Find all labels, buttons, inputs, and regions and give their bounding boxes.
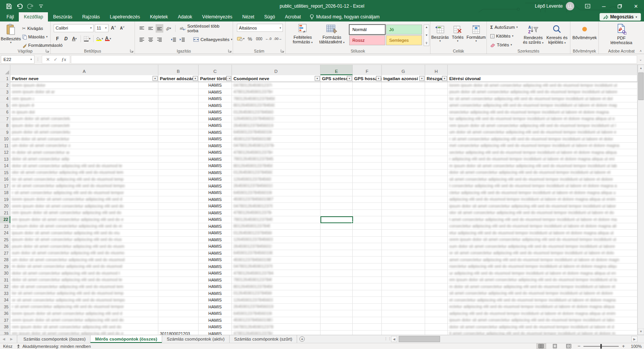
cell-E19[interactable] <box>320 196 353 203</box>
cell-B30[interactable] <box>158 270 199 277</box>
cell-A26[interactable]: psum dolor sit amet consectetur adipisci… <box>10 243 158 250</box>
cell-D11[interactable]: 04780126459012378456 <box>232 143 320 150</box>
cell-B4[interactable] <box>158 95 199 102</box>
zoom-percentage[interactable]: 100% <box>629 344 642 349</box>
cell-B5[interactable] <box>158 102 199 109</box>
close-button[interactable]: ✕ <box>628 0 644 12</box>
alignment-dialog-launcher[interactable] <box>228 49 232 53</box>
cell-I3[interactable]: psum dolor sit amet consectetur adipisci… <box>448 89 637 96</box>
cell-I33[interactable]: sit amet consectetur adipiscing elit sed… <box>448 290 637 297</box>
cell-C14[interactable]: HAMIS <box>199 163 232 170</box>
cell-E33[interactable] <box>320 290 353 297</box>
cell-H23[interactable] <box>425 223 448 230</box>
cell-G31[interactable] <box>382 277 425 284</box>
cell-G5[interactable] <box>382 102 425 109</box>
cell-F33[interactable] <box>353 290 382 297</box>
share-button[interactable]: Megosztás▾ <box>600 13 641 21</box>
create-pdf-button[interactable]: PDFlétrehozása <box>604 22 639 48</box>
cell-C32[interactable]: HAMIS <box>199 283 232 290</box>
cell-F23[interactable] <box>353 223 382 230</box>
cell-H16[interactable] <box>425 176 448 183</box>
autosum-dropdown[interactable]: ▾ <box>516 26 518 29</box>
expand-formula-bar-icon[interactable]: ⌄ <box>637 58 644 61</box>
cell-F20[interactable] <box>353 203 382 210</box>
column-header-B[interactable]: B <box>158 65 199 75</box>
cell-I37[interactable]: ipsum dolor sit amet consectetur adipisc… <box>448 317 637 324</box>
cell-I15[interactable]: dolor sit amet consectetur adipiscing el… <box>448 170 637 176</box>
accessibility-status[interactable]: Akadálymentesség: minden rendben <box>16 344 91 349</box>
row-header-19[interactable]: 19 <box>0 196 10 203</box>
font-color-button[interactable]: A▾ <box>104 35 112 43</box>
cell-I11[interactable]: met consectetur adipiscing elit sed do e… <box>448 143 637 150</box>
cell-F11[interactable] <box>353 143 382 150</box>
ribbon-tab-nézet[interactable]: Nézet <box>237 12 259 21</box>
cell-C5[interactable]: HAMIS <box>199 102 232 109</box>
row-header-24[interactable]: 24 <box>0 230 10 237</box>
redo-button[interactable]: ▾ <box>25 1 35 11</box>
cell-A11[interactable]: um dolor sit amet consectetur adipiscing… <box>10 143 158 150</box>
cell-G12[interactable] <box>382 149 425 156</box>
cell-A38[interactable]: rem ipsum dolor sit amet consectetur adi… <box>10 324 158 331</box>
cell-H13[interactable] <box>425 156 448 163</box>
merge-cells-button[interactable]: Cellaegyesítés▾ <box>192 36 233 43</box>
cell-G23[interactable] <box>382 223 425 230</box>
cell-G22[interactable] <box>382 216 425 223</box>
cell-E14[interactable] <box>320 163 353 170</box>
cell-G38[interactable] <box>382 324 425 331</box>
cell-A15[interactable]: olor sit amet consectetur adipiscing eli… <box>10 170 158 176</box>
row-header-9[interactable]: 9 <box>0 129 10 136</box>
cell-E18[interactable] <box>320 189 353 196</box>
cell-A19[interactable]: lorem ipsum dolor sit amet consectetur a… <box>10 196 158 203</box>
row-header-29[interactable]: 29 <box>0 263 10 270</box>
cell-D7[interactable]: 12645901237845601987 <box>232 116 320 123</box>
cell-D16[interactable]: 12645901237845601987 <box>232 176 320 183</box>
cell-H38[interactable] <box>425 324 448 331</box>
row-header-11[interactable]: 11 <box>0 143 10 150</box>
cell-B13[interactable] <box>158 156 199 163</box>
conditional-formatting-button[interactable]: ≠ Feltételesformázás ▾ <box>289 22 316 48</box>
cell-F21[interactable] <box>353 210 382 217</box>
cell-A2[interactable]: lorem ipsum dolor sit amet consectetur a… <box>10 82 158 89</box>
cell-I18[interactable]: ctetur adipiscing elit sed do eiusmod te… <box>448 189 637 196</box>
row-header-3[interactable]: 3 <box>0 89 10 96</box>
cell-H24[interactable] <box>425 230 448 237</box>
cell-I24[interactable]: etur adipiscing elit sed do eiusmod temp… <box>448 230 637 237</box>
font-dialog-launcher[interactable] <box>130 49 134 53</box>
sheet-tab-4[interactable]: Számlás csomópontok (szűrt) <box>230 335 297 343</box>
cell-G20[interactable] <box>382 203 425 210</box>
cell-E23[interactable] <box>320 223 353 230</box>
cell-F16[interactable] <box>353 176 382 183</box>
align-bottom-icon[interactable] <box>156 24 163 33</box>
cell-B25[interactable] <box>158 237 199 244</box>
fill-button[interactable]: ↓ Kitöltés▾ <box>489 32 521 40</box>
header-cell-B[interactable]: Partner adószán▾ <box>158 75 199 82</box>
cell-C20[interactable]: HAMIS <box>199 203 232 210</box>
scroll-left-arrow[interactable]: ◀ <box>391 336 397 342</box>
cell-C24[interactable]: HAMIS <box>199 230 232 237</box>
cell-C29[interactable]: HAMIS <box>199 263 232 270</box>
cell-F14[interactable] <box>353 163 382 170</box>
row-header-32[interactable]: 32 <box>0 283 10 290</box>
row-header-12[interactable]: 12 <box>0 149 10 156</box>
cell-D35[interactable]: 26459012378456019872 <box>232 304 320 311</box>
cell-F35[interactable] <box>353 304 382 311</box>
fill-color-button[interactable]: ▾ <box>96 35 104 43</box>
ribbon-tab-rajzolás[interactable]: Rajzolás <box>77 12 105 21</box>
cell-E31[interactable] <box>320 277 353 284</box>
align-left-icon[interactable] <box>138 35 146 44</box>
cell-B19[interactable] <box>158 196 199 203</box>
cell-F32[interactable] <box>353 283 382 290</box>
sheet-tab-2[interactable]: Mérős csomópontok (összes) <box>90 335 162 343</box>
cell-B28[interactable] <box>158 257 199 263</box>
header-cell-C[interactable]: Partner törölt↓▾ <box>199 75 232 82</box>
cell-H22[interactable] <box>425 216 448 223</box>
cell-H7[interactable] <box>425 116 448 123</box>
cell-I13[interactable]: r adipiscing elit sed do eiusmod tempor … <box>448 156 637 163</box>
cell-D3[interactable]: 47801264590123784560 <box>232 89 320 96</box>
cell-D29[interactable]: 04780126459012378456 <box>232 263 320 270</box>
cell-F7[interactable] <box>353 116 382 123</box>
align-top-icon[interactable] <box>138 24 146 33</box>
format-as-table-button[interactable]: Formázástáblázatként ▾ <box>317 22 346 48</box>
cell-C12[interactable]: HAMIS <box>199 149 232 156</box>
cell-I22[interactable]: t amet consectetur adipiscing elit sed d… <box>448 216 637 223</box>
